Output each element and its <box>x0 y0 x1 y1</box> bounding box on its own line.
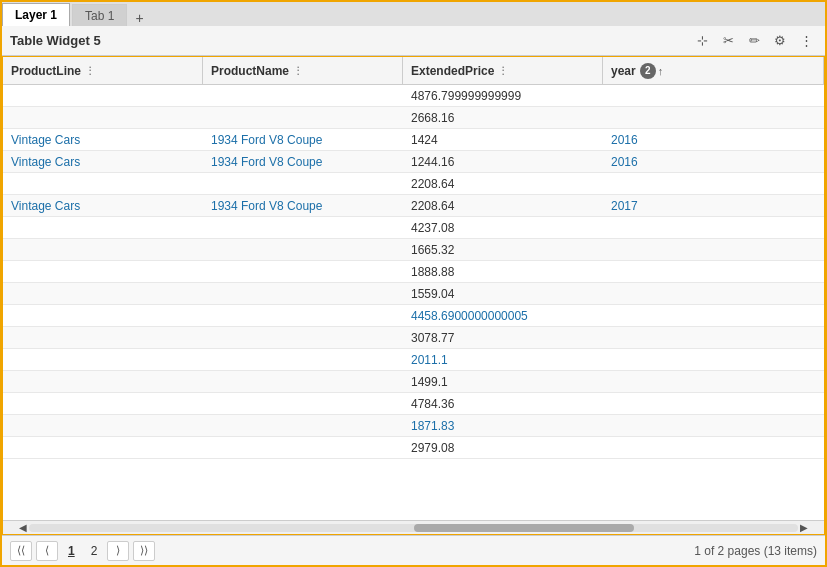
cell-productline: Vintage Cars <box>3 151 203 172</box>
table-row: 2208.64 <box>3 173 824 195</box>
tab-bar: Layer 1 Tab 1 + <box>2 2 825 26</box>
cell-productline <box>3 261 203 282</box>
cell-extprice: 1499.1 <box>403 371 603 392</box>
table-row: Vintage Cars 1934 Ford V8 Coupe 1424 201… <box>3 129 824 151</box>
cell-year <box>603 437 824 458</box>
cell-productline <box>3 415 203 436</box>
cell-productname: 1934 Ford V8 Coupe <box>203 195 403 216</box>
edit-icon[interactable]: ✏ <box>743 30 765 52</box>
cell-extprice: 2208.64 <box>403 195 603 216</box>
cell-extprice: 2011.1 <box>403 349 603 370</box>
cell-productline <box>3 349 203 370</box>
table-row: 1665.32 <box>3 239 824 261</box>
table-row: Vintage Cars 1934 Ford V8 Coupe 1244.16 … <box>3 151 824 173</box>
hscroll-track[interactable] <box>29 524 798 532</box>
cell-extprice: 2668.16 <box>403 107 603 128</box>
toolbar-icons: ⊹ ✂ ✏ ⚙ ⋮ <box>691 30 817 52</box>
cell-productline: Vintage Cars <box>3 129 203 150</box>
cell-productname: 1934 Ford V8 Coupe <box>203 151 403 172</box>
col-header-year[interactable]: year 2 ↑ <box>603 57 824 84</box>
col-productline-label: ProductLine <box>11 64 81 78</box>
cell-productline <box>3 283 203 304</box>
table-row: 2668.16 <box>3 107 824 129</box>
pagination-bar: ⟨⟨ ⟨ 1 2 ⟩ ⟩⟩ 1 of 2 pages (13 items) <box>2 535 825 565</box>
widget-header: Table Widget 5 ⊹ ✂ ✏ ⚙ ⋮ <box>2 26 825 56</box>
tab-layer1-label: Layer 1 <box>15 8 57 22</box>
cell-productname: 1934 Ford V8 Coupe <box>203 129 403 150</box>
cell-year <box>603 107 824 128</box>
cell-extprice: 1424 <box>403 129 603 150</box>
table-row: 4237.08 <box>3 217 824 239</box>
page-last-button[interactable]: ⟩⟩ <box>133 541 155 561</box>
cell-year: 2016 <box>603 129 824 150</box>
cell-productline <box>3 217 203 238</box>
page-info: 1 of 2 pages (13 items) <box>694 544 817 558</box>
col-header-productname[interactable]: ProductName ⋮ <box>203 57 403 84</box>
cell-productname <box>203 415 403 436</box>
move-icon[interactable]: ⊹ <box>691 30 713 52</box>
col-productline-sort-icon: ⋮ <box>85 65 95 76</box>
cell-year <box>603 371 824 392</box>
table-row: 4458.6900000000005 <box>3 305 824 327</box>
table-row: 1871.83 <box>3 415 824 437</box>
cell-year <box>603 349 824 370</box>
hscroll-thumb[interactable] <box>414 524 634 532</box>
cell-year <box>603 305 824 326</box>
cell-year <box>603 327 824 348</box>
table-row: 4784.36 <box>3 393 824 415</box>
add-tab-button[interactable]: + <box>129 10 149 26</box>
cell-year <box>603 283 824 304</box>
cell-year <box>603 173 824 194</box>
hscroll-bar[interactable]: ◀ ▶ <box>3 520 824 534</box>
cell-productline <box>3 85 203 106</box>
page-num-1[interactable]: 1 <box>62 544 81 558</box>
sort-arrow-icon: ↑ <box>658 65 664 77</box>
tab-layer1[interactable]: Layer 1 <box>2 3 70 26</box>
hscroll-right-arrow[interactable]: ▶ <box>798 522 810 533</box>
table-row: 1888.88 <box>3 261 824 283</box>
cell-productname <box>203 349 403 370</box>
cell-year <box>603 415 824 436</box>
cell-year <box>603 239 824 260</box>
table-row: 1559.04 <box>3 283 824 305</box>
page-next-button[interactable]: ⟩ <box>107 541 129 561</box>
hscroll-left-arrow[interactable]: ◀ <box>17 522 29 533</box>
cell-year <box>603 261 824 282</box>
cell-extprice: 4458.6900000000005 <box>403 305 603 326</box>
col-year-label: year <box>611 64 636 78</box>
table-row: 4876.799999999999 <box>3 85 824 107</box>
cell-year: 2016 <box>603 151 824 172</box>
settings-icon[interactable]: ⚙ <box>769 30 791 52</box>
cell-productname <box>203 327 403 348</box>
col-productname-label: ProductName <box>211 64 289 78</box>
more-icon[interactable]: ⋮ <box>795 30 817 52</box>
table-row: Vintage Cars 1934 Ford V8 Coupe 2208.64 … <box>3 195 824 217</box>
cell-productline <box>3 371 203 392</box>
col-header-extprice[interactable]: ExtendedPrice ⋮ <box>403 57 603 84</box>
table-row: 1499.1 <box>3 371 824 393</box>
cell-extprice: 1871.83 <box>403 415 603 436</box>
cell-extprice: 4784.36 <box>403 393 603 414</box>
page-nav: ⟨⟨ ⟨ 1 2 ⟩ ⟩⟩ <box>10 541 155 561</box>
cut-icon[interactable]: ✂ <box>717 30 739 52</box>
cell-productline <box>3 239 203 260</box>
page-num-2[interactable]: 2 <box>85 544 104 558</box>
cell-extprice: 1888.88 <box>403 261 603 282</box>
cell-extprice: 1559.04 <box>403 283 603 304</box>
col-header-productline[interactable]: ProductLine ⋮ <box>3 57 203 84</box>
cell-productname <box>203 107 403 128</box>
col-extprice-label: ExtendedPrice <box>411 64 494 78</box>
cell-productline <box>3 305 203 326</box>
cell-year <box>603 217 824 238</box>
tab-tab1[interactable]: Tab 1 <box>72 4 127 26</box>
cell-year: 2017 <box>603 195 824 216</box>
col-extprice-sort-icon: ⋮ <box>498 65 508 76</box>
page-first-button[interactable]: ⟨⟨ <box>10 541 32 561</box>
cell-extprice: 4237.08 <box>403 217 603 238</box>
page-prev-button[interactable]: ⟨ <box>36 541 58 561</box>
cell-year <box>603 85 824 106</box>
tab-tab1-label: Tab 1 <box>85 9 114 23</box>
cell-productline <box>3 437 203 458</box>
cell-productname <box>203 437 403 458</box>
cell-productname <box>203 85 403 106</box>
